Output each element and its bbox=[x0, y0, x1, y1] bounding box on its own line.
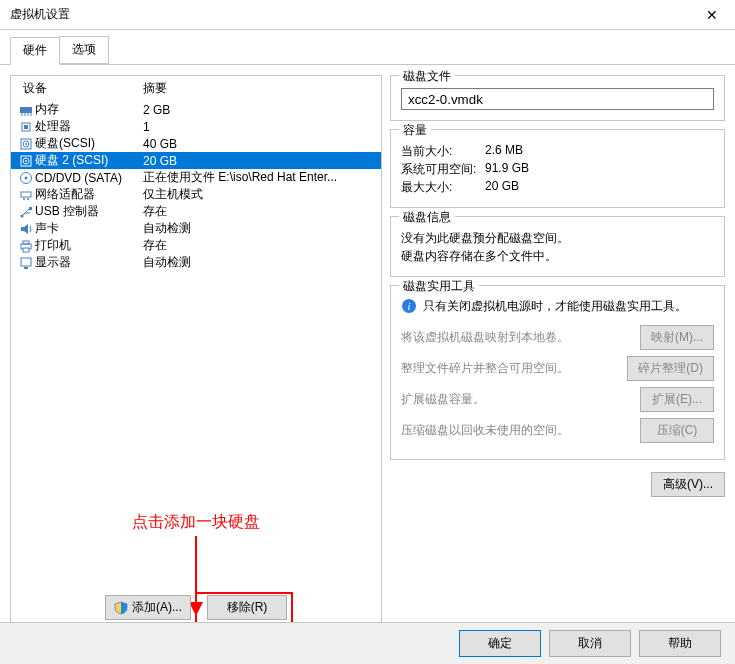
printer-icon bbox=[17, 239, 35, 253]
add-button[interactable]: 添加(A)... bbox=[105, 595, 191, 620]
device-summary: 自动检测 bbox=[143, 220, 373, 237]
svg-rect-6 bbox=[24, 125, 28, 129]
shield-icon bbox=[114, 601, 128, 615]
expand-button: 扩展(E)... bbox=[640, 387, 714, 412]
svg-rect-15 bbox=[21, 192, 31, 197]
disk-info-group: 磁盘信息 没有为此硬盘预分配磁盘空间。 硬盘内容存储在多个文件中。 bbox=[390, 216, 725, 277]
close-button[interactable]: ✕ bbox=[689, 0, 735, 30]
window-title: 虚拟机设置 bbox=[10, 6, 689, 23]
hardware-row[interactable]: CD/DVD (SATA)正在使用文件 E:\iso\Red Hat Enter… bbox=[11, 169, 381, 186]
disk-file-legend: 磁盘文件 bbox=[399, 68, 455, 85]
cd-icon bbox=[17, 171, 35, 185]
disk-tools-legend: 磁盘实用工具 bbox=[399, 278, 479, 295]
cpu-icon bbox=[17, 120, 35, 134]
tab-options[interactable]: 选项 bbox=[59, 36, 109, 64]
hardware-header: 设备 摘要 bbox=[11, 76, 381, 101]
map-button: 映射(M)... bbox=[640, 325, 714, 350]
disk-file-group: 磁盘文件 bbox=[390, 75, 725, 121]
device-name: 网络适配器 bbox=[35, 186, 143, 203]
defrag-button: 碎片整理(D) bbox=[627, 356, 714, 381]
hardware-row[interactable]: USB 控制器存在 bbox=[11, 203, 381, 220]
display-icon bbox=[17, 256, 35, 270]
disk-icon bbox=[17, 154, 35, 168]
sound-icon bbox=[17, 222, 35, 236]
max-size-label: 最大大小: bbox=[401, 179, 485, 196]
device-name: 打印机 bbox=[35, 237, 143, 254]
dialog-footer: 确定 取消 帮助 bbox=[0, 622, 735, 664]
svg-point-17 bbox=[27, 198, 29, 200]
device-summary: 2 GB bbox=[143, 103, 373, 117]
map-label: 将该虚拟机磁盘映射到本地卷。 bbox=[401, 329, 632, 346]
device-summary: 40 GB bbox=[143, 137, 373, 151]
svg-point-14 bbox=[25, 176, 28, 179]
hardware-list[interactable]: 内存2 GB处理器1硬盘(SCSI)40 GB硬盘 2 (SCSI)20 GBC… bbox=[11, 101, 381, 271]
disk-info-legend: 磁盘信息 bbox=[399, 209, 455, 226]
capacity-group: 容量 当前大小:2.6 MB 系统可用空间:91.9 GB 最大大小:20 GB bbox=[390, 129, 725, 208]
max-size-value: 20 GB bbox=[485, 179, 519, 196]
cancel-button[interactable]: 取消 bbox=[549, 630, 631, 657]
defrag-label: 整理文件碎片并整合可用空间。 bbox=[401, 360, 619, 377]
device-name: 硬盘 2 (SCSI) bbox=[35, 152, 143, 169]
svg-rect-24 bbox=[23, 248, 29, 252]
help-button[interactable]: 帮助 bbox=[639, 630, 721, 657]
hardware-row[interactable]: 打印机存在 bbox=[11, 237, 381, 254]
compact-button: 压缩(C) bbox=[640, 418, 714, 443]
device-summary: 20 GB bbox=[143, 154, 373, 168]
tab-hardware[interactable]: 硬件 bbox=[10, 37, 60, 65]
disk-icon bbox=[17, 137, 35, 151]
device-name: CD/DVD (SATA) bbox=[35, 171, 143, 185]
svg-rect-21 bbox=[29, 207, 32, 210]
device-summary: 自动检测 bbox=[143, 254, 373, 271]
expand-label: 扩展磁盘容量。 bbox=[401, 391, 632, 408]
hardware-panel: 设备 摘要 内存2 GB处理器1硬盘(SCSI)40 GB硬盘 2 (SCSI)… bbox=[10, 75, 382, 631]
header-device: 设备 bbox=[23, 80, 143, 97]
hardware-row[interactable]: 声卡自动检测 bbox=[11, 220, 381, 237]
device-summary: 仅主机模式 bbox=[143, 186, 373, 203]
tools-tip: 只有关闭虚拟机电源时，才能使用磁盘实用工具。 bbox=[423, 298, 687, 315]
svg-rect-23 bbox=[23, 241, 29, 244]
device-name: 声卡 bbox=[35, 220, 143, 237]
compact-label: 压缩磁盘以回收未使用的空间。 bbox=[401, 422, 632, 439]
current-size-value: 2.6 MB bbox=[485, 143, 523, 160]
device-summary: 存在 bbox=[143, 237, 373, 254]
device-name: USB 控制器 bbox=[35, 203, 143, 220]
device-name: 硬盘(SCSI) bbox=[35, 135, 143, 152]
annotation-text: 点击添加一块硬盘 bbox=[11, 512, 381, 533]
disk-file-input[interactable] bbox=[401, 88, 714, 110]
svg-rect-25 bbox=[21, 258, 31, 266]
current-size-label: 当前大小: bbox=[401, 143, 485, 160]
hardware-row[interactable]: 网络适配器仅主机模式 bbox=[11, 186, 381, 203]
svg-text:i: i bbox=[407, 300, 410, 312]
disk-info-line2: 硬盘内容存储在多个文件中。 bbox=[401, 248, 714, 265]
tabs: 硬件 选项 bbox=[0, 30, 735, 65]
disk-info-line1: 没有为此硬盘预分配磁盘空间。 bbox=[401, 230, 714, 247]
free-space-label: 系统可用空间: bbox=[401, 161, 485, 178]
title-bar: 虚拟机设置 ✕ bbox=[0, 0, 735, 30]
header-summary: 摘要 bbox=[143, 80, 167, 97]
device-name: 内存 bbox=[35, 101, 143, 118]
net-icon bbox=[17, 188, 35, 202]
device-summary: 1 bbox=[143, 120, 373, 134]
disk-tools-group: 磁盘实用工具 i 只有关闭虚拟机电源时，才能使用磁盘实用工具。 将该虚拟机磁盘映… bbox=[390, 285, 725, 460]
svg-point-16 bbox=[23, 198, 25, 200]
device-name: 处理器 bbox=[35, 118, 143, 135]
device-summary: 存在 bbox=[143, 203, 373, 220]
ok-button[interactable]: 确定 bbox=[459, 630, 541, 657]
hardware-row[interactable]: 处理器1 bbox=[11, 118, 381, 135]
remove-button[interactable]: 移除(R) bbox=[207, 595, 287, 620]
capacity-legend: 容量 bbox=[399, 122, 431, 139]
hardware-row[interactable]: 硬盘(SCSI)40 GB bbox=[11, 135, 381, 152]
svg-point-9 bbox=[25, 143, 27, 145]
hardware-row[interactable]: 硬盘 2 (SCSI)20 GB bbox=[11, 152, 381, 169]
info-icon: i bbox=[401, 298, 417, 314]
device-summary: 正在使用文件 E:\iso\Red Hat Enter... bbox=[143, 169, 373, 186]
usb-icon bbox=[17, 205, 35, 219]
free-space-value: 91.9 GB bbox=[485, 161, 529, 178]
memory-icon bbox=[17, 103, 35, 117]
hardware-row[interactable]: 显示器自动检测 bbox=[11, 254, 381, 271]
svg-rect-0 bbox=[20, 107, 32, 113]
advanced-button[interactable]: 高级(V)... bbox=[651, 472, 725, 497]
svg-point-12 bbox=[25, 160, 27, 162]
device-name: 显示器 bbox=[35, 254, 143, 271]
hardware-row[interactable]: 内存2 GB bbox=[11, 101, 381, 118]
